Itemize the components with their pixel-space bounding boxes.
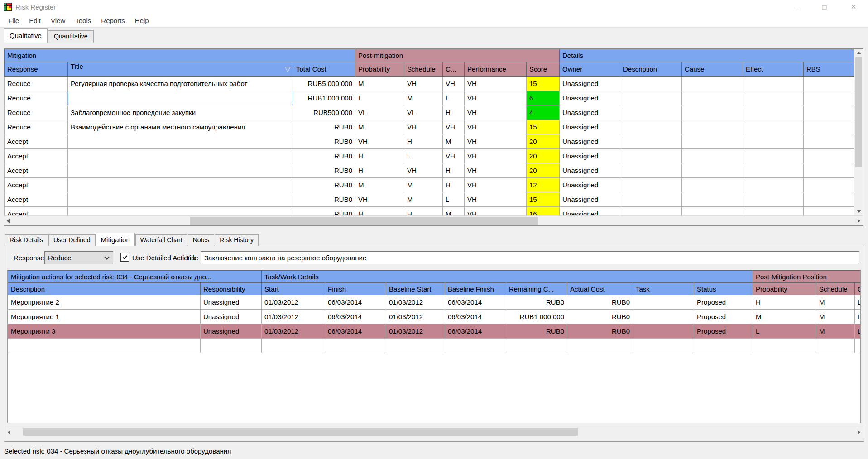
- cell-1-12[interactable]: L: [855, 310, 861, 324]
- cell-9-6[interactable]: VH: [465, 207, 527, 216]
- cell-3-5[interactable]: VH: [443, 120, 465, 134]
- upper-horizontal-scroll-thumb[interactable]: [190, 217, 538, 225]
- cell-0-12[interactable]: L: [855, 295, 861, 310]
- lower-horizontal-scroll-thumb[interactable]: [23, 428, 578, 436]
- cell-1-4[interactable]: 01/03/2012: [386, 310, 445, 324]
- cell-2-1[interactable]: Заблаговременное проведение закупки: [68, 105, 293, 120]
- cell-1-5[interactable]: L: [443, 91, 465, 105]
- cell-5-7[interactable]: 20: [527, 149, 560, 163]
- cell-3-0[interactable]: [8, 339, 201, 353]
- cell-2-11[interactable]: M: [816, 324, 855, 339]
- cell-7-0[interactable]: Accept: [5, 178, 68, 192]
- cell-2-6[interactable]: VH: [465, 105, 527, 120]
- cell-6-10[interactable]: [682, 163, 743, 178]
- cell-6-11[interactable]: [743, 163, 804, 178]
- column-header-total-cost[interactable]: Total Cost: [293, 62, 355, 76]
- cell-8-1[interactable]: [68, 192, 293, 207]
- cell-1-2[interactable]: RUB1 000 000: [293, 91, 355, 105]
- cell-5-4[interactable]: L: [404, 149, 443, 163]
- cell-1-5[interactable]: 06/03/2014: [445, 310, 506, 324]
- cell-7-6[interactable]: VH: [465, 178, 527, 192]
- cell-0-10[interactable]: H: [753, 295, 816, 310]
- cell-9-5[interactable]: M: [443, 207, 465, 216]
- cell-4-0[interactable]: Accept: [5, 134, 68, 149]
- scroll-right-icon[interactable]: [855, 216, 863, 225]
- cell-5-9[interactable]: [620, 149, 682, 163]
- cell-0-4[interactable]: VH: [404, 76, 443, 91]
- cell-2-3[interactable]: 06/03/2014: [325, 324, 386, 339]
- cell-7-5[interactable]: H: [443, 178, 465, 192]
- title-input[interactable]: [201, 251, 859, 264]
- cell-3-9[interactable]: [620, 120, 682, 134]
- cell-4-12[interactable]: [804, 134, 854, 149]
- cell-1-10[interactable]: [682, 91, 743, 105]
- column-header-description[interactable]: Description: [8, 283, 201, 295]
- cell-1-4[interactable]: M: [404, 91, 443, 105]
- cell-3-0[interactable]: Reduce: [5, 120, 68, 134]
- maximize-button[interactable]: □: [810, 0, 839, 14]
- cell-4-8[interactable]: Unassigned: [560, 134, 620, 149]
- cell-3-11[interactable]: [743, 120, 804, 134]
- cell-3-1[interactable]: [201, 339, 262, 353]
- cell-5-3[interactable]: H: [355, 149, 404, 163]
- cell-6-1[interactable]: [68, 163, 293, 178]
- cell-6-6[interactable]: VH: [465, 163, 527, 178]
- cell-3-2[interactable]: [262, 339, 325, 353]
- cell-3-12[interactable]: [804, 120, 854, 134]
- cell-2-10[interactable]: [682, 105, 743, 120]
- cell-2-0[interactable]: Мероприяти 3: [8, 324, 201, 339]
- column-header-score[interactable]: Score: [527, 62, 560, 76]
- cell-1-9[interactable]: Proposed: [694, 310, 753, 324]
- cell-4-2[interactable]: RUB0: [293, 134, 355, 149]
- filter-icon[interactable]: ▽: [285, 62, 290, 76]
- cell-2-10[interactable]: L: [753, 324, 816, 339]
- lower-horizontal-scrollbar[interactable]: [5, 427, 863, 437]
- cell-8-2[interactable]: RUB0: [293, 192, 355, 207]
- tab-qualitative[interactable]: Qualitative: [4, 28, 48, 43]
- cell-9-10[interactable]: [682, 207, 743, 216]
- cell-6-9[interactable]: [620, 163, 682, 178]
- column-header-response[interactable]: Response: [5, 62, 68, 76]
- tab-notes[interactable]: Notes: [188, 234, 215, 246]
- cell-8-4[interactable]: M: [404, 192, 443, 207]
- cell-1-8[interactable]: Unassigned: [560, 91, 620, 105]
- cell-3-5[interactable]: [445, 339, 506, 353]
- cell-4-4[interactable]: H: [404, 134, 443, 149]
- cell-2-11[interactable]: [743, 105, 804, 120]
- column-header-start[interactable]: Start: [262, 283, 325, 295]
- cell-8-12[interactable]: [804, 192, 854, 207]
- cell-2-8[interactable]: Unassigned: [560, 105, 620, 120]
- cell-9-7[interactable]: 16: [527, 207, 560, 216]
- cell-1-2[interactable]: 01/03/2012: [262, 310, 325, 324]
- cell-6-3[interactable]: H: [355, 163, 404, 178]
- menu-item-reports[interactable]: Reports: [96, 17, 130, 24]
- cell-3-10[interactable]: [682, 120, 743, 134]
- cell-2-9[interactable]: [620, 105, 682, 120]
- column-header-description[interactable]: Description: [620, 62, 682, 76]
- cell-6-8[interactable]: Unassigned: [560, 163, 620, 178]
- scroll-up-icon[interactable]: [854, 49, 863, 57]
- column-header-performance[interactable]: Performance: [465, 62, 527, 76]
- cell-5-8[interactable]: Unassigned: [560, 149, 620, 163]
- cell-1-0[interactable]: Мероприятие 1: [8, 310, 201, 324]
- cell-0-7[interactable]: RUB0: [567, 295, 633, 310]
- cell-0-3[interactable]: M: [355, 76, 404, 91]
- cell-6-4[interactable]: VH: [404, 163, 443, 178]
- column-header-effect[interactable]: Effect: [743, 62, 804, 76]
- cell-3-7[interactable]: [567, 339, 633, 353]
- cell-3-2[interactable]: RUB0: [293, 120, 355, 134]
- cell-0-9[interactable]: Proposed: [694, 295, 753, 310]
- cell-8-6[interactable]: VH: [465, 192, 527, 207]
- cell-2-12[interactable]: L: [855, 324, 861, 339]
- cell-4-10[interactable]: [682, 134, 743, 149]
- cell-0-0[interactable]: Reduce: [5, 76, 68, 91]
- cell-0-10[interactable]: [682, 76, 743, 91]
- cell-0-8[interactable]: [633, 295, 694, 310]
- cell-9-8[interactable]: Unassigned: [560, 207, 620, 216]
- cell-1-1[interactable]: Заключение контракта на резервное оборуд…: [68, 91, 293, 105]
- cell-9-3[interactable]: H: [355, 207, 404, 216]
- cell-7-4[interactable]: M: [404, 178, 443, 192]
- column-header-c[interactable]: C...: [443, 62, 465, 76]
- close-button[interactable]: ✕: [839, 0, 868, 14]
- cell-7-12[interactable]: [804, 178, 854, 192]
